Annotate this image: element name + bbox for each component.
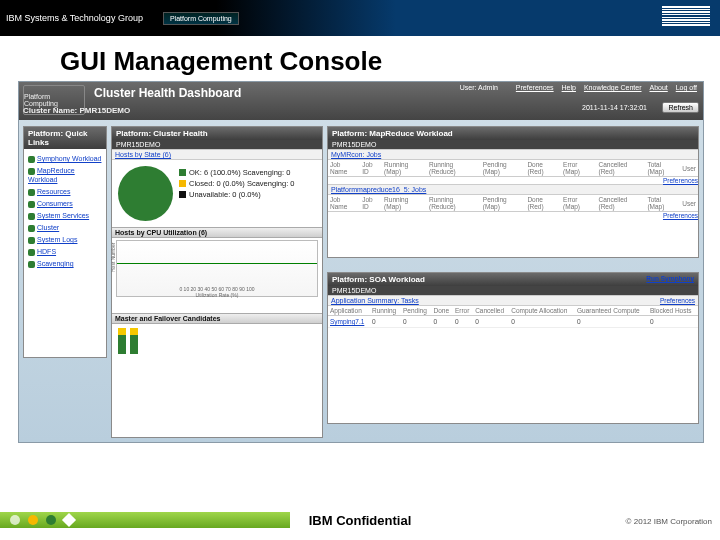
logs-icon bbox=[28, 237, 35, 244]
cluster-name-label: Cluster Name: bbox=[23, 106, 77, 115]
mr-pref2[interactable]: Preferences bbox=[663, 212, 698, 219]
scavenging-icon bbox=[28, 261, 35, 268]
ql-hdfs[interactable]: HDFS bbox=[37, 248, 56, 255]
cpu-xaxis: Utilization Rate (%) bbox=[196, 292, 239, 298]
timestamp: 2011-11-14 17:32:01 bbox=[582, 104, 647, 111]
hosts-by-cpu-header: Hosts by CPU Utilization (6) bbox=[112, 227, 322, 238]
hdfs-icon bbox=[28, 249, 35, 256]
hosts-legend: OK: 6 (100.0%) Scavenging: 0 Closed: 0 (… bbox=[179, 166, 294, 201]
cluster-health-title: Platform: Cluster Health bbox=[112, 127, 322, 140]
confidential-label: IBM Confidential bbox=[0, 513, 720, 528]
slide-footer: IBM Confidential © 2012 IBM Corporation bbox=[0, 502, 720, 540]
mr-table1: Job NameJob IDRunning (Map)Running (Redu… bbox=[328, 160, 698, 177]
hosts-pie-chart bbox=[118, 166, 173, 221]
soa-panel: Platform: SOA WorkloadRun Symphony PMR15… bbox=[327, 272, 699, 424]
failover-bars bbox=[118, 328, 316, 354]
dashboard-screenshot: Platform Computing Cluster Health Dashbo… bbox=[18, 81, 704, 443]
soa-table: ApplicationRunningPendingDoneErrorCancel… bbox=[328, 306, 698, 328]
mr-section2[interactable]: Platformmapreduce16_5: Jobs bbox=[331, 186, 426, 193]
soa-cluster: PMR15DEMO bbox=[328, 286, 698, 295]
quick-links-panel: Platform: Quick Links Symphony Workload … bbox=[23, 126, 107, 358]
legend-ok: OK: 6 (100.0%) Scavenging: 0 bbox=[189, 168, 290, 177]
ql-consumers[interactable]: Consumers bbox=[37, 200, 73, 207]
consumers-icon bbox=[28, 201, 35, 208]
mapreduce-panel: Platform: MapReduce Workload PMR15DEMO M… bbox=[327, 126, 699, 258]
hosts-by-state-link[interactable]: Hosts by State (6) bbox=[115, 151, 171, 158]
soa-pref[interactable]: Preferences bbox=[660, 297, 695, 304]
mr-pref1[interactable]: Preferences bbox=[663, 177, 698, 184]
ql-logs[interactable]: System Logs bbox=[37, 236, 77, 243]
cluster-health-cluster: PMR15DEMO bbox=[112, 140, 322, 149]
nav-about[interactable]: About bbox=[649, 84, 667, 91]
mr-table2: Job NameJob IDRunning (Map)Running (Redu… bbox=[328, 195, 698, 212]
quick-links-title: Platform: Quick Links bbox=[24, 127, 106, 149]
closed-swatch-icon bbox=[179, 180, 186, 187]
ibm-logo-icon bbox=[662, 6, 710, 26]
platform-badge: Platform Computing bbox=[163, 12, 239, 25]
header-links: User: Admin Preferences Help Knowledge C… bbox=[460, 84, 697, 91]
symphony-icon bbox=[28, 156, 35, 163]
resources-icon bbox=[28, 189, 35, 196]
ql-services[interactable]: System Services bbox=[37, 212, 89, 219]
dashboard-title: Cluster Health Dashboard bbox=[94, 86, 241, 100]
cpu-yaxis: Host Number bbox=[110, 242, 116, 271]
presentation-banner: IBM Systems & Technology Group Platform … bbox=[0, 0, 720, 36]
legend-unavail: Unavailable: 0 (0.0%) bbox=[189, 190, 261, 199]
cluster-health-panel: Platform: Cluster Health PMR15DEMO Hosts… bbox=[111, 126, 323, 438]
ql-mapreduce[interactable]: MapReduce Workload bbox=[28, 167, 75, 183]
failover-header: Master and Failover Candidates bbox=[112, 313, 322, 324]
copyright-label: © 2012 IBM Corporation bbox=[626, 517, 712, 526]
nav-logoff[interactable]: Log off bbox=[676, 84, 697, 91]
soa-app-link[interactable]: Symping7.1 bbox=[330, 318, 364, 325]
ok-swatch-icon bbox=[179, 169, 186, 176]
cpu-utilization-chart: Host Number 0 10 20 30 40 50 60 70 80 90… bbox=[116, 240, 318, 297]
cluster-icon bbox=[28, 225, 35, 232]
soa-title: Platform: SOA WorkloadRun Symphony bbox=[328, 273, 698, 286]
ql-cluster[interactable]: Cluster bbox=[37, 224, 59, 231]
unavail-swatch-icon bbox=[179, 191, 186, 198]
legend-closed: Closed: 0 (0.0%) Scavenging: 0 bbox=[189, 179, 294, 188]
nav-preferences[interactable]: Preferences bbox=[516, 84, 554, 91]
mr-section1[interactable]: MyMRcon: Jobs bbox=[331, 151, 381, 158]
soa-row[interactable]: Symping7.1 00000000 bbox=[328, 316, 698, 328]
group-label: IBM Systems & Technology Group bbox=[0, 13, 143, 23]
mr-title: Platform: MapReduce Workload bbox=[328, 127, 698, 140]
services-icon bbox=[28, 213, 35, 220]
ql-resources[interactable]: Resources bbox=[37, 188, 70, 195]
cluster-name: Cluster Name: PMR15DEMO bbox=[23, 106, 130, 115]
mapreduce-icon bbox=[28, 168, 35, 175]
refresh-button[interactable]: Refresh bbox=[662, 102, 699, 113]
cluster-name-value: PMR15DEMO bbox=[79, 106, 130, 115]
soa-section[interactable]: Application Summary: Tasks bbox=[331, 297, 419, 304]
ql-scavenging[interactable]: Scavenging bbox=[37, 260, 74, 267]
user-label: User: Admin bbox=[460, 84, 498, 91]
soa-run[interactable]: Run Symphony bbox=[646, 275, 694, 282]
ql-symphony[interactable]: Symphony Workload bbox=[37, 155, 101, 162]
dashboard-header: Platform Computing Cluster Health Dashbo… bbox=[19, 82, 703, 120]
nav-help[interactable]: Help bbox=[562, 84, 576, 91]
nav-knowledge[interactable]: Knowledge Center bbox=[584, 84, 642, 91]
page-title: GUI Management Console bbox=[60, 46, 720, 77]
mr-cluster: PMR15DEMO bbox=[328, 140, 698, 149]
